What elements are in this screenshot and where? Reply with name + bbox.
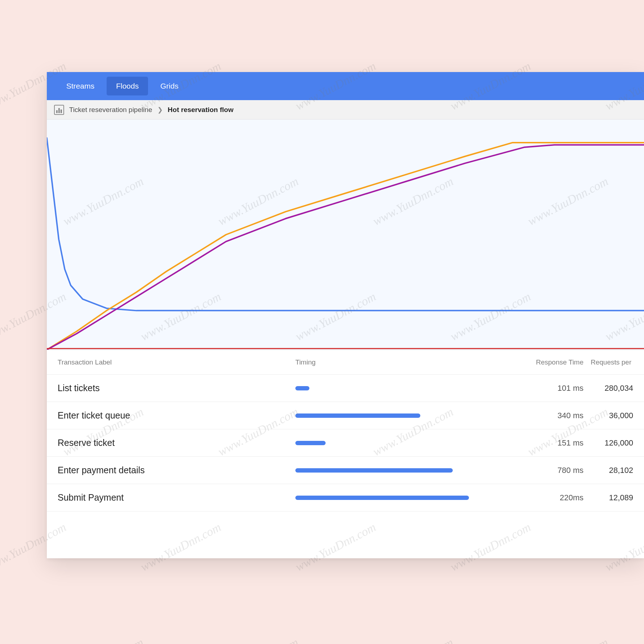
- requests-per-min: 12,089: [591, 493, 633, 502]
- timing-cell: [295, 496, 511, 500]
- chevron-right-icon: ❯: [157, 106, 163, 114]
- timing-bar: [295, 441, 326, 445]
- response-time: 101 ms: [511, 384, 591, 393]
- col-header-requests: Requests per Min: [591, 358, 633, 366]
- tab-streams[interactable]: Streams: [57, 77, 104, 95]
- breadcrumb: Ticket reseveration pipeline ❯ Hot reser…: [47, 100, 644, 120]
- app-window: Streams Floods Grids Ticket reseveration…: [47, 72, 644, 558]
- table-row[interactable]: Submit Payment220ms12,089: [47, 484, 644, 511]
- response-time: 220ms: [511, 493, 591, 502]
- col-header-label: Transaction Label: [58, 358, 295, 366]
- watermark-text: www.YuuDnn.com: [61, 635, 146, 644]
- requests-per-min: 280,034: [591, 384, 633, 393]
- col-header-response: Response Time: [511, 358, 591, 366]
- requests-per-min: 36,000: [591, 411, 633, 420]
- transaction-table: Transaction Label Timing Response Time R…: [47, 350, 644, 558]
- timing-cell: [295, 468, 511, 473]
- timing-bar: [295, 496, 469, 500]
- timing-cell: [295, 441, 511, 445]
- table-row[interactable]: Enter payment details780 ms28,102: [47, 457, 644, 484]
- transaction-label: Enter payment details: [58, 465, 295, 475]
- table-row[interactable]: List tickets101 ms280,034: [47, 375, 644, 402]
- timing-cell: [295, 413, 511, 418]
- requests-per-min: 126,000: [591, 438, 633, 448]
- transaction-label: Submit Payment: [58, 492, 295, 503]
- table-row[interactable]: Reserve ticket151 ms126,000: [47, 429, 644, 457]
- response-time: 780 ms: [511, 466, 591, 475]
- timing-bar: [295, 413, 420, 418]
- watermark-text: www.YuuDnn.com: [370, 635, 455, 644]
- series-response-time: [47, 138, 644, 310]
- tab-grids[interactable]: Grids: [151, 77, 188, 95]
- table-header-row: Transaction Label Timing Response Time R…: [47, 350, 644, 375]
- timing-cell: [295, 386, 511, 390]
- response-time: 151 ms: [511, 438, 591, 448]
- timing-bar: [295, 386, 309, 390]
- chart-panel: [47, 120, 644, 350]
- series-concurrency: [47, 143, 644, 350]
- watermark-text: www.YuuDnn.com: [215, 635, 300, 644]
- transaction-label: Enter ticket queue: [58, 410, 295, 421]
- breadcrumb-root[interactable]: Ticket reseveration pipeline: [69, 106, 152, 114]
- timing-bar: [295, 468, 453, 473]
- breadcrumb-current: Hot reservation flow: [168, 106, 234, 114]
- tab-floods[interactable]: Floods: [107, 77, 148, 95]
- line-chart: [47, 120, 644, 350]
- requests-per-min: 28,102: [591, 466, 633, 475]
- table-row[interactable]: Enter ticket queue340 ms36,000: [47, 402, 644, 429]
- tab-bar: Streams Floods Grids: [47, 72, 644, 100]
- series-throughput: [47, 145, 644, 350]
- bar-chart-icon: [54, 105, 64, 115]
- transaction-label: List tickets: [58, 383, 295, 393]
- col-header-timing: Timing: [295, 358, 511, 366]
- transaction-label: Reserve ticket: [58, 438, 295, 448]
- watermark-text: www.YuuDnn.com: [525, 635, 610, 644]
- response-time: 340 ms: [511, 411, 591, 420]
